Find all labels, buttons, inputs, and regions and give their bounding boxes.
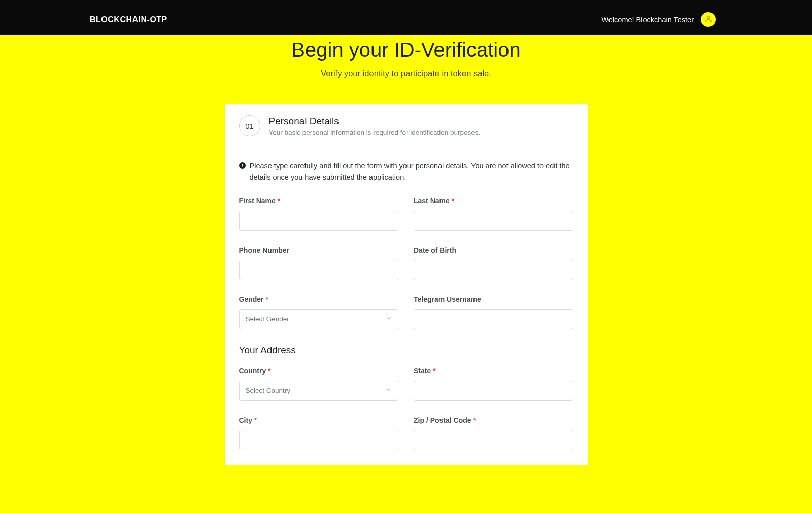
page-subtitle: Verify your identity to participate in t… xyxy=(10,69,802,78)
page-title: Begin your ID-Verification xyxy=(10,39,802,61)
card-header-text: Personal Details Your basic personal inf… xyxy=(269,116,481,136)
notice-text: Please type carefully and fill out the f… xyxy=(250,161,573,183)
input-dob[interactable] xyxy=(414,260,573,280)
select-country-wrap: Select Country xyxy=(239,381,399,401)
nav-right: Welcome! Blockchain Tester xyxy=(601,12,716,27)
input-state[interactable] xyxy=(414,381,573,401)
field-state: State * xyxy=(414,367,573,401)
field-last-name: Last Name * xyxy=(414,197,573,231)
info-icon: i xyxy=(239,162,246,169)
chevron-down-icon xyxy=(386,387,392,394)
input-telegram[interactable] xyxy=(414,309,573,329)
form-grid-address: Country * Select Country State * City * … xyxy=(239,367,573,450)
input-first-name[interactable] xyxy=(239,211,399,231)
logo[interactable]: BLOCKCHAIN-OTP xyxy=(90,15,167,24)
label-zip: Zip / Postal Code * xyxy=(414,416,573,424)
form-grid-personal: First Name * Last Name * Phone Number Da… xyxy=(239,197,573,329)
label-last-name: Last Name * xyxy=(414,197,573,205)
chevron-down-icon xyxy=(386,315,392,323)
label-gender: Gender * xyxy=(239,295,399,303)
label-telegram: Telegram Username xyxy=(414,295,573,303)
navbar: BLOCKCHAIN-OTP Welcome! Blockchain Teste… xyxy=(0,4,812,35)
select-gender-wrap: Select Gender xyxy=(239,309,399,329)
select-country[interactable]: Select Country xyxy=(239,381,399,401)
svg-point-0 xyxy=(707,16,709,18)
field-dob: Date of Birth xyxy=(414,246,573,280)
step-badge: 01 xyxy=(239,115,260,136)
label-city: City * xyxy=(239,416,399,424)
card-title: Personal Details xyxy=(269,116,481,127)
select-country-value: Select Country xyxy=(246,387,291,394)
form-card: 01 Personal Details Your basic personal … xyxy=(225,104,588,465)
input-zip[interactable] xyxy=(414,430,573,450)
select-gender[interactable]: Select Gender xyxy=(239,309,399,329)
input-city[interactable] xyxy=(239,430,399,450)
label-phone: Phone Number xyxy=(239,246,399,254)
input-phone[interactable] xyxy=(239,260,399,280)
notice: i Please type carefully and fill out the… xyxy=(239,161,573,183)
select-gender-value: Select Gender xyxy=(246,315,289,323)
user-avatar[interactable] xyxy=(701,12,716,27)
logo-wrap: BLOCKCHAIN-OTP xyxy=(87,10,170,29)
welcome-text: Welcome! Blockchain Tester xyxy=(601,16,694,24)
field-gender: Gender * Select Gender xyxy=(239,295,399,329)
card-desc: Your basic personal information is requi… xyxy=(269,129,481,136)
field-country: Country * Select Country xyxy=(239,367,399,401)
label-first-name: First Name * xyxy=(239,197,399,205)
field-city: City * xyxy=(239,416,399,450)
field-telegram: Telegram Username xyxy=(414,295,573,329)
label-country: Country * xyxy=(239,367,399,375)
address-title: Your Address xyxy=(239,345,573,356)
page-head: Begin your ID-Verification Verify your i… xyxy=(0,35,812,104)
card-body: i Please type carefully and fill out the… xyxy=(225,147,588,465)
top-stripe xyxy=(0,0,812,4)
user-icon xyxy=(704,15,713,25)
field-phone: Phone Number xyxy=(239,246,399,280)
card-header: 01 Personal Details Your basic personal … xyxy=(225,104,588,147)
field-first-name: First Name * xyxy=(239,197,399,231)
input-last-name[interactable] xyxy=(414,211,573,231)
field-zip: Zip / Postal Code * xyxy=(414,416,573,450)
label-state: State * xyxy=(414,367,573,375)
label-dob: Date of Birth xyxy=(414,246,573,254)
